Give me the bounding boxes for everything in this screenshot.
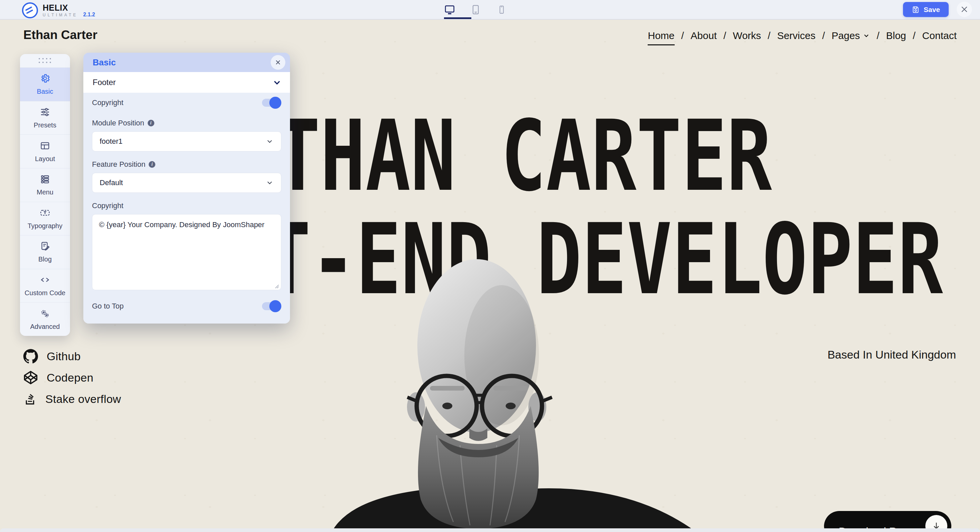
desktop-icon [444,4,455,15]
resize-grip-icon[interactable] [274,284,279,289]
stackoverflow-icon [23,392,37,406]
sidebar-item-label: Custom Code [25,289,65,297]
sidebar-item-label: Typography [28,222,63,230]
nav-item-pages-label: Pages [832,30,860,41]
social-link-github[interactable]: Github [23,346,121,367]
code-icon [39,274,51,285]
save-label: Save [924,6,940,14]
portrait-photo [327,255,693,532]
editor-topbar: HELIX ULTIMATE 2.1.2 Save [0,0,980,20]
headline-line1: ETHAN CARTER [230,107,772,205]
nav-item-about[interactable]: About [690,30,717,41]
screen: ETHAN CARTER FRONT-END DEVELOPER [0,0,980,532]
sidebar-item-blog[interactable]: Blog [20,235,70,269]
nav-separator: / [877,30,879,41]
chevron-down-icon [273,78,282,87]
brand-subtitle: ULTIMATE [43,13,78,17]
chevron-down-icon [266,137,274,145]
sidebar-item-label: Menu [37,188,53,196]
gears-icon [40,308,50,319]
social-links: Github Codepen Stake overflow [23,346,121,409]
nav-item-pages[interactable]: Pages [832,30,870,41]
active-device-underline [444,18,471,19]
helix-brand: HELIX ULTIMATE 2.1.2 [22,2,95,18]
chevron-down-icon [266,179,274,187]
copyright-toggle[interactable] [262,97,282,109]
nav-item-blog[interactable]: Blog [886,30,906,41]
sidebar-drag-handle[interactable] [20,54,70,67]
feature-position-value: Default [100,178,123,187]
copyright-text-label: Copyright [92,201,123,210]
copyright-textarea[interactable]: © {year} Your Company. Designed By JoomS… [92,214,282,290]
sidebar-item-presets[interactable]: Presets [20,101,70,135]
panel-body: Copyright Module Position i footer1 Feat… [83,93,290,323]
desktop-preview-button[interactable] [444,4,455,15]
sidebar-item-typography[interactable]: Typography [20,202,70,236]
go-to-top-label: Go to Top [92,302,124,311]
nav-separator: / [723,30,726,41]
location-text: Based In United Kingdom [827,348,956,361]
nav-item-services[interactable]: Services [777,30,815,41]
editor-sidebar: Basic Presets Layout Menu Typography Blo… [20,54,70,336]
social-link-stackoverflow[interactable]: Stake overflow [23,388,121,409]
sidebar-item-label: Presets [33,121,56,129]
menu-list-icon [40,174,50,185]
feature-position-label-row: Feature Position i [92,160,282,169]
mobile-icon [497,5,506,14]
mobile-preview-button[interactable] [496,4,508,15]
feature-position-select[interactable]: Default [92,173,282,193]
brand-version: 2.1.2 [83,12,95,18]
social-label: Stake overflow [45,393,121,406]
sidebar-item-advanced[interactable]: Advanced [20,302,70,336]
social-link-codepen[interactable]: Codepen [23,367,121,388]
feature-position-label: Feature Position [92,160,145,169]
save-button[interactable]: Save [903,2,949,17]
panel-close-button[interactable] [270,55,285,70]
sidebar-item-custom-code[interactable]: Custom Code [20,269,70,303]
module-position-value: footer1 [100,137,123,146]
nav-item-home[interactable]: Home [648,30,675,45]
nav-item-works[interactable]: Works [733,30,761,41]
module-position-label: Module Position [92,119,144,127]
basic-settings-panel: Basic Footer Copyright Module Position i… [83,53,290,323]
tablet-icon [470,4,481,15]
nav-separator: / [768,30,770,41]
sidebar-item-menu[interactable]: Menu [20,168,70,202]
sidebar-item-label: Advanced [30,323,60,331]
footer-accordion-toggle[interactable]: Footer [83,72,290,93]
site-nav: Home / About / Works / Services / Pages … [648,30,957,41]
viewport-bottom-edge [0,528,980,532]
sliders-icon [40,107,50,118]
go-to-top-row: Go to Top [92,299,282,314]
accordion-label: Footer [93,78,116,87]
typography-icon [39,207,51,218]
sidebar-item-label: Layout [35,155,55,163]
nav-item-contact[interactable]: Contact [922,30,957,41]
blog-icon [40,241,50,252]
sidebar-item-layout[interactable]: Layout [20,134,70,168]
nav-separator: / [913,30,915,41]
panel-title: Basic [93,57,116,68]
sidebar-item-basic[interactable]: Basic [20,67,70,101]
module-position-select[interactable]: footer1 [92,131,282,151]
editor-close-button[interactable] [957,2,972,17]
device-preview-switcher [444,0,508,19]
sidebar-item-label: Basic [37,88,53,96]
module-position-label-row: Module Position i [92,119,282,127]
chevron-down-icon [863,32,870,39]
go-to-top-toggle[interactable] [262,300,282,312]
copyright-text-label-row: Copyright [92,201,282,210]
close-icon [960,5,969,14]
info-icon[interactable]: i [148,120,154,126]
info-icon[interactable]: i [149,161,155,168]
site-logo[interactable]: Ethan Carter [23,28,97,42]
tablet-preview-button[interactable] [470,4,481,15]
sidebar-item-label: Blog [38,255,52,263]
social-label: Github [47,350,81,363]
helix-logo-icon [22,2,38,18]
github-icon [23,349,38,363]
panel-header: Basic [83,53,290,72]
nav-separator: / [681,30,684,41]
codepen-icon [23,370,38,385]
brand-name: HELIX [43,4,78,12]
